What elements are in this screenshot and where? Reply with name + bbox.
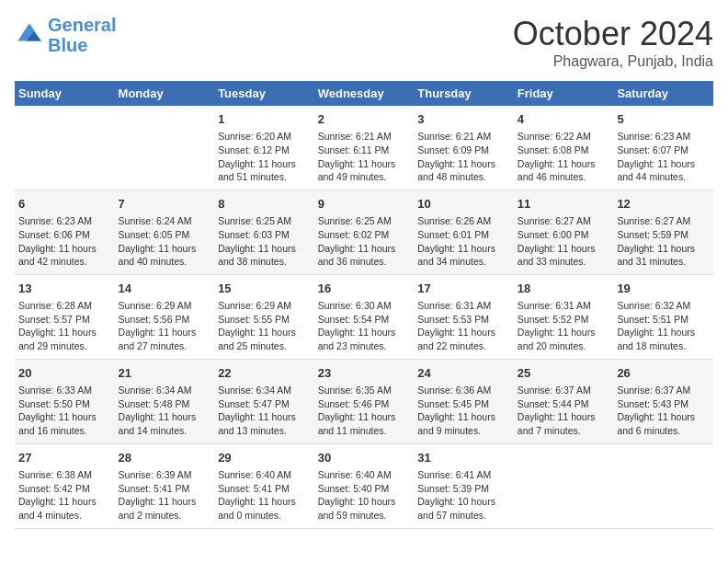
week-row-2: 6Sunrise: 6:23 AMSunset: 6:06 PMDaylight… (15, 190, 713, 274)
header-row: SundayMondayTuesdayWednesdayThursdayFrid… (15, 81, 713, 106)
week-row-5: 27Sunrise: 6:38 AMSunset: 5:42 PMDayligh… (15, 443, 713, 528)
calendar-cell: 6Sunrise: 6:23 AMSunset: 6:06 PMDaylight… (15, 190, 115, 274)
day-number: 22 (218, 365, 311, 382)
day-info: Sunrise: 6:37 AM (518, 384, 610, 397)
calendar-cell: 9Sunrise: 6:25 AMSunset: 6:02 PMDaylight… (314, 190, 415, 274)
day-info: Daylight: 11 hours and 16 minutes. (18, 410, 111, 437)
calendar-cell: 3Sunrise: 6:21 AMSunset: 6:09 PMDaylight… (414, 106, 514, 190)
day-info: Sunrise: 6:27 AM (617, 214, 710, 228)
day-number: 26 (617, 365, 710, 382)
day-info: Sunset: 5:59 PM (617, 228, 710, 242)
day-info: Sunset: 5:43 PM (617, 397, 710, 411)
day-number: 28 (119, 450, 211, 466)
day-info: Sunset: 5:50 PM (18, 397, 111, 411)
calendar-cell: 10Sunrise: 6:26 AMSunset: 6:01 PMDayligh… (414, 190, 514, 274)
calendar-cell: 8Sunrise: 6:25 AMSunset: 6:03 PMDaylight… (214, 190, 314, 274)
calendar-cell: 25Sunrise: 6:37 AMSunset: 5:44 PMDayligh… (514, 359, 614, 443)
day-info: Sunset: 5:39 PM (417, 482, 510, 496)
day-info: Sunset: 5:40 PM (318, 482, 411, 496)
day-info: Sunrise: 6:36 AM (417, 384, 510, 397)
day-info: Sunrise: 6:28 AM (18, 299, 111, 313)
day-number: 17 (417, 281, 510, 297)
day-number: 2 (318, 111, 411, 128)
day-info: Sunset: 5:45 PM (417, 397, 510, 411)
day-number: 15 (218, 281, 311, 297)
day-number: 31 (417, 450, 510, 466)
day-number: 29 (218, 450, 311, 466)
day-info: Sunset: 5:53 PM (417, 313, 510, 327)
day-info: Sunrise: 6:34 AM (218, 384, 311, 397)
calendar-cell: 19Sunrise: 6:32 AMSunset: 5:51 PMDayligh… (613, 274, 713, 359)
day-info: Sunrise: 6:20 AM (218, 130, 311, 144)
calendar-cell (514, 443, 614, 528)
day-number: 21 (119, 365, 211, 382)
day-info: Sunrise: 6:25 AM (318, 214, 411, 228)
day-info: Sunset: 6:01 PM (417, 228, 510, 242)
day-info: Daylight: 11 hours and 25 minutes. (218, 326, 311, 352)
calendar-cell: 28Sunrise: 6:39 AMSunset: 5:41 PMDayligh… (115, 443, 215, 528)
day-info: Sunset: 5:55 PM (218, 313, 311, 327)
day-number: 6 (18, 196, 111, 213)
day-info: Sunrise: 6:38 AM (18, 468, 111, 482)
calendar-cell: 14Sunrise: 6:29 AMSunset: 5:56 PMDayligh… (115, 274, 215, 359)
calendar-cell: 5Sunrise: 6:23 AMSunset: 6:07 PMDaylight… (613, 106, 713, 190)
calendar-cell: 17Sunrise: 6:31 AMSunset: 5:53 PMDayligh… (414, 274, 514, 359)
day-info: Sunrise: 6:23 AM (617, 130, 710, 144)
day-header-saturday: Saturday (613, 81, 713, 106)
day-info: Daylight: 11 hours and 18 minutes. (617, 326, 710, 352)
day-info: Sunrise: 6:22 AM (518, 130, 610, 144)
day-info: Sunrise: 6:31 AM (518, 299, 610, 313)
calendar-cell: 7Sunrise: 6:24 AMSunset: 6:05 PMDaylight… (115, 190, 215, 274)
day-info: Sunset: 5:57 PM (18, 313, 111, 327)
day-info: Daylight: 11 hours and 20 minutes. (518, 326, 610, 352)
logo-blue: Blue (48, 35, 87, 55)
day-info: Sunrise: 6:21 AM (417, 130, 510, 144)
day-info: Sunset: 5:46 PM (318, 397, 411, 411)
calendar-cell: 29Sunrise: 6:40 AMSunset: 5:41 PMDayligh… (214, 443, 314, 528)
day-info: Sunrise: 6:31 AM (417, 299, 510, 313)
day-info: Daylight: 11 hours and 6 minutes. (617, 410, 710, 437)
header: General Blue October 2024 Phagwara, Punj… (15, 15, 713, 70)
day-info: Sunrise: 6:23 AM (18, 214, 111, 228)
day-info: Sunrise: 6:21 AM (318, 130, 411, 144)
day-info: Sunrise: 6:24 AM (119, 214, 211, 228)
day-number: 10 (417, 196, 510, 213)
day-header-friday: Friday (514, 81, 614, 106)
day-number: 18 (518, 281, 610, 297)
day-info: Sunset: 6:02 PM (318, 228, 411, 242)
calendar-cell: 21Sunrise: 6:34 AMSunset: 5:48 PMDayligh… (115, 359, 215, 443)
calendar-cell (15, 106, 115, 190)
logo-icon (15, 20, 44, 50)
day-info: Sunset: 5:41 PM (218, 482, 311, 496)
day-info: Sunrise: 6:41 AM (417, 468, 510, 482)
calendar-cell: 31Sunrise: 6:41 AMSunset: 5:39 PMDayligh… (414, 443, 514, 528)
day-info: Daylight: 11 hours and 48 minutes. (417, 157, 510, 184)
day-info: Daylight: 11 hours and 23 minutes. (318, 326, 411, 352)
day-info: Sunset: 5:54 PM (318, 313, 411, 327)
day-info: Daylight: 11 hours and 27 minutes. (119, 326, 211, 352)
day-info: Sunset: 6:05 PM (119, 228, 211, 242)
day-info: Sunset: 5:48 PM (119, 397, 211, 411)
day-header-sunday: Sunday (15, 81, 115, 106)
day-info: Daylight: 11 hours and 38 minutes. (218, 242, 311, 269)
day-info: Sunrise: 6:40 AM (218, 468, 311, 482)
day-number: 23 (318, 365, 411, 382)
calendar-cell: 2Sunrise: 6:21 AMSunset: 6:11 PMDaylight… (314, 106, 415, 190)
calendar-cell: 27Sunrise: 6:38 AMSunset: 5:42 PMDayligh… (15, 443, 115, 528)
day-info: Sunset: 6:06 PM (18, 228, 111, 242)
day-info: Sunset: 5:41 PM (119, 482, 211, 496)
day-info: Sunrise: 6:29 AM (119, 299, 211, 313)
day-number: 3 (417, 111, 510, 128)
day-info: Sunrise: 6:37 AM (617, 384, 710, 397)
day-info: Daylight: 11 hours and 0 minutes. (218, 495, 311, 522)
day-header-thursday: Thursday (414, 81, 514, 106)
day-info: Sunset: 6:03 PM (218, 228, 311, 242)
day-number: 5 (617, 111, 710, 128)
day-info: Sunset: 6:00 PM (518, 228, 610, 242)
day-number: 13 (18, 281, 111, 297)
day-info: Sunset: 5:42 PM (18, 482, 111, 496)
day-info: Sunset: 6:07 PM (617, 144, 710, 157)
day-info: Sunset: 6:12 PM (218, 144, 311, 157)
day-info: Sunrise: 6:30 AM (318, 299, 411, 313)
day-info: Sunrise: 6:40 AM (318, 468, 411, 482)
